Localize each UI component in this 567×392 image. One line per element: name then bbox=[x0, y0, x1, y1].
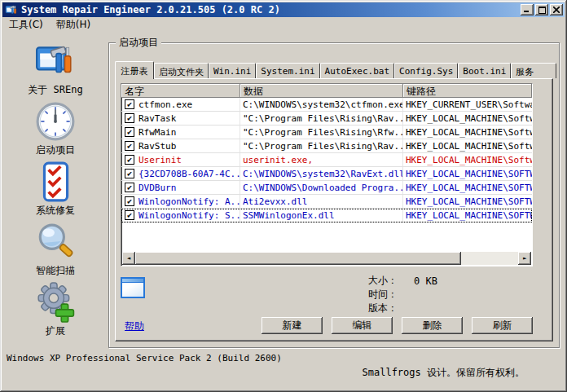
menu-help[interactable]: 帮助(H) bbox=[50, 16, 97, 33]
checklist-icon bbox=[35, 161, 76, 202]
name-cell: ✔RavTask bbox=[121, 112, 240, 125]
scroll-right-button[interactable]: ► bbox=[518, 252, 531, 265]
file-details: 大小：0 KB 时间： 版本： bbox=[368, 274, 437, 315]
gear-plus-icon bbox=[35, 282, 76, 323]
help-link[interactable]: 帮助 bbox=[125, 319, 144, 333]
name-cell: ✔DVDBurn bbox=[121, 181, 240, 194]
data-cell: C:\WINDOWS\system32\ctfmon.exe bbox=[240, 98, 403, 111]
data-cell: "C:\Program Files\Rising\Rav... bbox=[240, 139, 403, 152]
row-name: ctfmon.exe bbox=[138, 99, 192, 110]
clock-icon bbox=[35, 101, 76, 142]
table-row[interactable]: ✔WinlogonNotify: A... Ati2evxx.dll HKEY_… bbox=[121, 195, 532, 209]
groupbox-title: 启动项目 bbox=[116, 36, 161, 50]
tab-services[interactable]: 服务 bbox=[511, 63, 556, 78]
scroll-left-button[interactable]: ◄ bbox=[122, 252, 135, 265]
row-name: RavTask bbox=[138, 113, 176, 124]
scrollbar-track[interactable] bbox=[461, 252, 518, 265]
table-row[interactable]: ✔ctfmon.exe C:\WINDOWS\system32\ctfmon.e… bbox=[121, 98, 532, 112]
keypath-cell: HKEY_LOCAL_MACHINE\Softwa bbox=[403, 126, 532, 139]
edit-button[interactable]: 编辑 bbox=[332, 317, 393, 334]
row-checkbox[interactable]: ✔ bbox=[125, 183, 134, 192]
window-tools-icon bbox=[35, 41, 76, 81]
keypath-cell: HKEY_CURRENT_USER\Softwar bbox=[403, 98, 532, 111]
registry-tab-page: 名字 数据 键路径 ✔ctfmon.exe C:\WINDOWS\system3… bbox=[115, 78, 553, 341]
keypath-cell: HKEY_LOCAL_MACHINE\Softwa bbox=[403, 112, 532, 125]
app-window: System Repair Engineer 2.0.21.505 (2.0 R… bbox=[0, 0, 567, 392]
window-title: System Repair Engineer 2.0.21.505 (2.0 R… bbox=[21, 4, 519, 15]
sidebar-item-about[interactable]: 关于 SREng bbox=[11, 41, 100, 101]
sidebar-label-about: 关于 SREng bbox=[28, 83, 82, 97]
sidebar-label-startup: 启动项目 bbox=[36, 143, 75, 157]
row-checkbox[interactable]: ✔ bbox=[125, 155, 134, 165]
column-header-keypath[interactable]: 键路径 bbox=[403, 84, 532, 98]
name-cell: ✔WinlogonNotify: A... bbox=[121, 195, 240, 208]
column-header-data[interactable]: 数据 bbox=[240, 84, 403, 98]
tab-strip: 注册表 启动文件夹 Win.ini System.ini AutoExec.ba… bbox=[115, 61, 542, 78]
data-cell: SSMWinlogonEx.dll bbox=[240, 209, 403, 222]
maximize-button[interactable] bbox=[535, 4, 548, 15]
sidebar-item-startup[interactable]: 启动项目 bbox=[11, 101, 100, 161]
name-cell: ✔{32CD708B-60A7-4C... bbox=[121, 167, 240, 180]
tab-system-ini[interactable]: System.ini bbox=[256, 63, 319, 78]
table-row-focused[interactable]: ✔WinlogonNotify: S... SSMWinlogonEx.dll … bbox=[121, 209, 532, 222]
sidebar-label-scan: 智能扫描 bbox=[36, 264, 75, 278]
name-cell: ✔WinlogonNotify: S... bbox=[121, 209, 240, 222]
tab-autoexec-bat[interactable]: AutoExec.bat bbox=[320, 63, 394, 78]
size-label: 大小： bbox=[368, 274, 402, 288]
row-checkbox[interactable]: ✔ bbox=[125, 196, 134, 206]
sidebar-label-repair: 系统修复 bbox=[36, 204, 75, 218]
os-version-status: Windows XP Professional Service Pack 2 (… bbox=[7, 353, 282, 363]
row-checkbox[interactable]: ✔ bbox=[125, 127, 134, 137]
table-row[interactable]: ✔RavTask "C:\Program Files\Rising\Rav...… bbox=[121, 112, 532, 126]
table-row[interactable]: ✔DVDBurn C:\WINDOWS\Downloaded Progra...… bbox=[121, 181, 532, 195]
delete-button[interactable]: 删除 bbox=[402, 317, 463, 334]
table-row[interactable]: ✔RavStub "C:\Program Files\Rising\Rav...… bbox=[121, 139, 532, 153]
column-header-name[interactable]: 名字 bbox=[121, 84, 240, 98]
row-checkbox[interactable]: ✔ bbox=[125, 210, 134, 220]
table-header: 名字 数据 键路径 bbox=[121, 84, 532, 98]
name-cell: ✔ctfmon.exe bbox=[121, 98, 240, 111]
refresh-button[interactable]: 刷新 bbox=[472, 317, 533, 334]
row-checkbox[interactable]: ✔ bbox=[125, 99, 134, 109]
version-label: 版本： bbox=[368, 302, 402, 315]
data-cell: userinit.exe, bbox=[240, 153, 403, 166]
title-bar[interactable]: System Repair Engineer 2.0.21.505 (2.0 R… bbox=[2, 2, 565, 17]
table-row[interactable]: ✔{32CD708B-60A7-4C... C:\WINDOWS\system3… bbox=[121, 167, 532, 181]
row-checkbox[interactable]: ✔ bbox=[125, 141, 134, 151]
row-name: Userinit bbox=[138, 155, 182, 165]
sidebar-item-extensions[interactable]: 扩展 bbox=[11, 282, 100, 342]
sidebar-item-scan[interactable]: 智能扫描 bbox=[11, 222, 100, 282]
tab-win-ini[interactable]: Win.ini bbox=[209, 63, 256, 78]
tab-config-sys[interactable]: Config.Sys bbox=[394, 63, 458, 78]
minimize-button[interactable] bbox=[521, 4, 534, 15]
data-cell: "C:\Program Files\Rising\Rfw... bbox=[240, 126, 403, 139]
horizontal-scrollbar[interactable]: ◄ ► bbox=[122, 252, 531, 265]
time-label: 时间： bbox=[368, 288, 402, 302]
name-cell: ✔RavStub bbox=[121, 139, 240, 152]
row-name: RavStub bbox=[138, 141, 176, 152]
menu-tools[interactable]: 工具(C) bbox=[2, 16, 50, 33]
copyright-status: Smallfrogs 设计。保留所有权利。 bbox=[363, 366, 525, 380]
new-button[interactable]: 新建 bbox=[262, 317, 323, 334]
close-button[interactable] bbox=[550, 4, 563, 15]
keypath-cell: HKEY_LOCAL_MACHINE\SOFTWA bbox=[403, 195, 532, 208]
keypath-cell: HKEY_LOCAL_MACHINE\SOFTWA bbox=[403, 209, 532, 222]
magnifier-icon bbox=[35, 222, 76, 262]
row-checkbox[interactable]: ✔ bbox=[125, 113, 134, 123]
table-row[interactable]: ✔Userinit userinit.exe, HKEY_LOCAL_MACHI… bbox=[121, 153, 532, 167]
sidebar-item-repair[interactable]: 系统修复 bbox=[11, 161, 100, 222]
data-cell: "C:\Program Files\Rising\Rav... bbox=[240, 112, 403, 125]
row-name: DVDBurn bbox=[138, 183, 176, 193]
table-row[interactable]: ✔RfwMain "C:\Program Files\Rising\Rfw...… bbox=[121, 126, 532, 139]
scrollbar-thumb[interactable] bbox=[135, 252, 461, 265]
file-window-icon bbox=[121, 277, 145, 298]
button-row: 新建 编辑 删除 刷新 bbox=[262, 317, 533, 334]
row-checkbox[interactable]: ✔ bbox=[125, 169, 134, 178]
tab-boot-ini[interactable]: Boot.ini bbox=[458, 63, 511, 78]
row-name: RfwMain bbox=[138, 127, 176, 138]
tab-startup-folder[interactable]: 启动文件夹 bbox=[154, 63, 209, 78]
startup-items-groupbox: 启动项目 注册表 启动文件夹 Win.ini System.ini AutoEx… bbox=[108, 42, 560, 348]
tab-registry[interactable]: 注册表 bbox=[115, 61, 154, 79]
sidebar-label-extensions: 扩展 bbox=[46, 324, 65, 338]
keypath-cell: HKEY_LOCAL_MACHINE\SOFTWA bbox=[403, 181, 532, 194]
